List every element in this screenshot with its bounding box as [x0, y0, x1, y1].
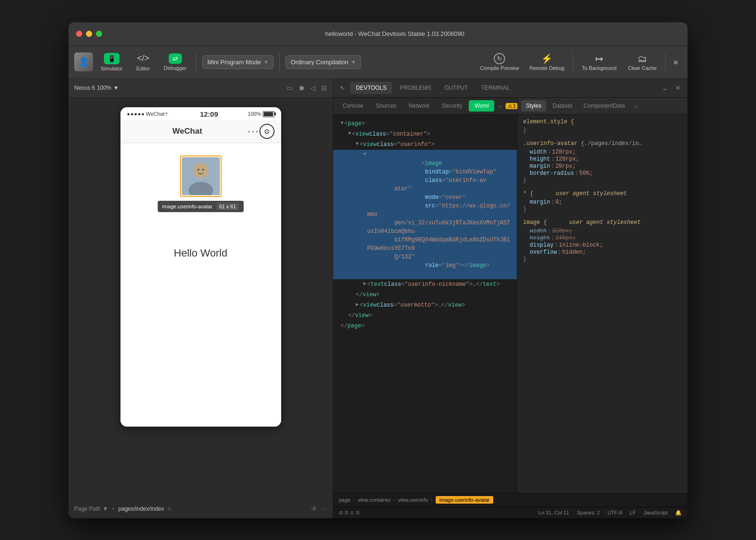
tab-dataset[interactable]: Dataset	[548, 100, 577, 111]
tree-page[interactable]: ▼ <page>	[333, 119, 517, 129]
style-close-avatar: }	[523, 177, 682, 184]
device-selector[interactable]: Nexus 6 100% ▼	[74, 85, 119, 91]
tree-close-container[interactable]: </view>	[333, 310, 517, 321]
simulator-panel: Nexus 6 100% ▼ ▭ ⏺ ◁ ⊟ ●●●●● WeChat ᯤ	[69, 79, 333, 518]
debugger-label: Debugger	[163, 65, 186, 71]
tree-close-view[interactable]: </view>	[333, 290, 517, 300]
tab-devtools[interactable]: DEVTOOLS	[350, 82, 392, 94]
tab-styles[interactable]: Styles	[521, 100, 546, 111]
compilation-label: Ordinary Compilation	[291, 59, 348, 66]
language-info: JavaScript	[644, 510, 668, 516]
tab-terminal[interactable]: TERMINAL	[475, 82, 515, 94]
breadcrumb-image-avatar[interactable]: image.userinfo-avatar	[436, 496, 493, 504]
signal-indicator: ●●●●●	[127, 111, 145, 117]
container-toggle[interactable]: ▼	[348, 130, 351, 137]
style-selector-image: image { user agent stylesheet	[523, 219, 682, 226]
to-background-button[interactable]: ↦ To Background	[577, 51, 621, 73]
tree-text-nickname[interactable]: ▶ <text class="userinfo-nickname">…</tex…	[333, 279, 517, 290]
tab-console[interactable]: Console	[337, 100, 369, 111]
style-block-universal: * { user agent stylesheet margin: 0; }	[523, 190, 682, 213]
page-toggle[interactable]: ▼	[341, 120, 344, 127]
battery-percent: 100%	[248, 111, 261, 117]
tab-wxml[interactable]: Wxml	[469, 100, 494, 111]
close-panel-icon[interactable]: ✕	[672, 82, 684, 94]
eye-icon[interactable]: 👁	[311, 505, 318, 513]
devtools-breadcrumb: page › view.container › view.userinfo › …	[333, 493, 687, 507]
notification-icon[interactable]: 🔔	[675, 510, 682, 516]
userinfo-toggle[interactable]: ▼	[356, 140, 359, 147]
tab-problems[interactable]: PROBLEMS	[394, 82, 437, 94]
refresh-icon: ↻	[494, 53, 505, 64]
style-selector-element: element.style {	[523, 119, 682, 125]
styles-tab-more[interactable]: »	[631, 101, 640, 111]
audio-icon[interactable]: ◁	[310, 84, 316, 92]
status-errors: ⊘ 0 ⚠ 0	[339, 510, 359, 516]
style-close-element: }	[523, 127, 682, 134]
more-button[interactable]: »	[670, 55, 682, 69]
simulator-status-bar: Page Path ▼ • pages/index/index ⎘ 👁 ···	[69, 499, 333, 518]
breadcrumb-view-container[interactable]: view.container	[358, 497, 391, 503]
dock-icon[interactable]: ⊟	[321, 84, 327, 92]
style-prop-margin-ua: margin: 0;	[523, 199, 682, 206]
toolbar-right: ↻ Compile Preview ⚡ Remote Debug ↦ To Ba…	[476, 51, 682, 73]
to-background-label: To Background	[582, 65, 616, 71]
tree-view-container[interactable]: ▼ <view class="container">	[333, 129, 517, 139]
minimize-button[interactable]	[86, 31, 92, 37]
breadcrumb-view-userinfo[interactable]: view.userinfo	[398, 497, 429, 503]
copy-icon[interactable]: ⎘	[168, 506, 171, 512]
tree-image-avatar[interactable]: ▼ <image bindtap="bindViewTap" class="us…	[333, 150, 517, 279]
tab-network[interactable]: Network	[403, 100, 435, 111]
warning-icon-status: ⚠	[350, 510, 354, 516]
style-close-image: }	[523, 256, 682, 263]
style-prop-border-radius: border-radius: 50%;	[523, 170, 682, 177]
mode-dropdown[interactable]: Mini Program Mode ▼	[202, 55, 274, 69]
avatar-image	[182, 157, 220, 195]
battery-indicator: 100%	[248, 111, 274, 117]
to-background-icon: ↦	[595, 53, 603, 64]
phone-time: 12:09	[170, 110, 248, 118]
page-path-selector[interactable]: Page Path ▼	[74, 506, 108, 512]
clear-cache-button[interactable]: 🗂 Clear Cache	[623, 51, 662, 73]
tree-close-page[interactable]: </page>	[333, 321, 517, 331]
compilation-dropdown[interactable]: Ordinary Compilation ▼	[285, 55, 361, 69]
tree-view-usermotto[interactable]: ▶ <view class="usermotto">…</view>	[333, 300, 517, 310]
tab-sources[interactable]: Sources	[370, 100, 402, 111]
tab-more[interactable]: »	[495, 101, 504, 111]
tree-view-userinfo[interactable]: ▼ <view class="userinfo">	[333, 139, 517, 150]
phone-nav-btn[interactable]: ⊙	[259, 124, 275, 139]
image-toggle[interactable]: ▼	[363, 151, 366, 158]
svg-point-1	[193, 163, 208, 178]
debugger-button[interactable]: ⇄ Debugger	[160, 51, 190, 73]
simulator-button[interactable]: 📱 Simulator	[97, 51, 126, 73]
record-icon[interactable]: ⏺	[298, 84, 305, 92]
close-button[interactable]	[76, 31, 82, 37]
maximize-button[interactable]	[96, 31, 102, 37]
separator-3	[573, 52, 573, 71]
phone-nav-dots[interactable]: ···	[248, 126, 259, 137]
tab-security[interactable]: Security	[436, 100, 468, 111]
style-comment-image: user agent stylesheet	[569, 219, 641, 226]
avatar-tooltip: image.userinfo-avatar 61 x 61	[157, 201, 243, 212]
remote-debug-button[interactable]: ⚡ Remote Debug	[524, 51, 569, 73]
line-ending: LF	[630, 510, 636, 516]
editor-button[interactable]: </> Editor	[130, 51, 156, 73]
style-block-image: image { user agent stylesheet width: 320…	[523, 219, 682, 263]
avatar: 👤	[74, 52, 93, 71]
titlebar: helloworld - WeChat Devtools Stable 1.03…	[69, 22, 687, 46]
more-options-icon[interactable]: ···	[321, 505, 327, 513]
status-bar: ⊘ 0 ⚠ 0 Ln 31, Col 11 Spaces: 2 UTF-8 LF…	[333, 507, 687, 518]
encoding-info: UTF-8	[608, 510, 622, 516]
tab-output[interactable]: OUTPUT	[439, 82, 473, 94]
style-prop-img-width: width: 320px;	[523, 228, 682, 234]
editor-icon: </>	[135, 52, 151, 64]
compile-preview-button[interactable]: ↻ Compile Preview	[476, 51, 523, 73]
nickname-toggle[interactable]: ▶	[363, 280, 366, 287]
tab-componentdata[interactable]: ComponentData	[579, 100, 629, 111]
collapse-icon[interactable]: ⌄	[659, 82, 670, 94]
usermotto-toggle[interactable]: ▶	[356, 301, 359, 308]
devtools-cursor-icon[interactable]: ↖	[337, 82, 348, 94]
simulator-icon: 📱	[104, 53, 120, 64]
breadcrumb-page[interactable]: page	[339, 497, 350, 503]
tablet-icon[interactable]: ▭	[286, 84, 292, 92]
compilation-chevron: ▼	[351, 60, 356, 65]
